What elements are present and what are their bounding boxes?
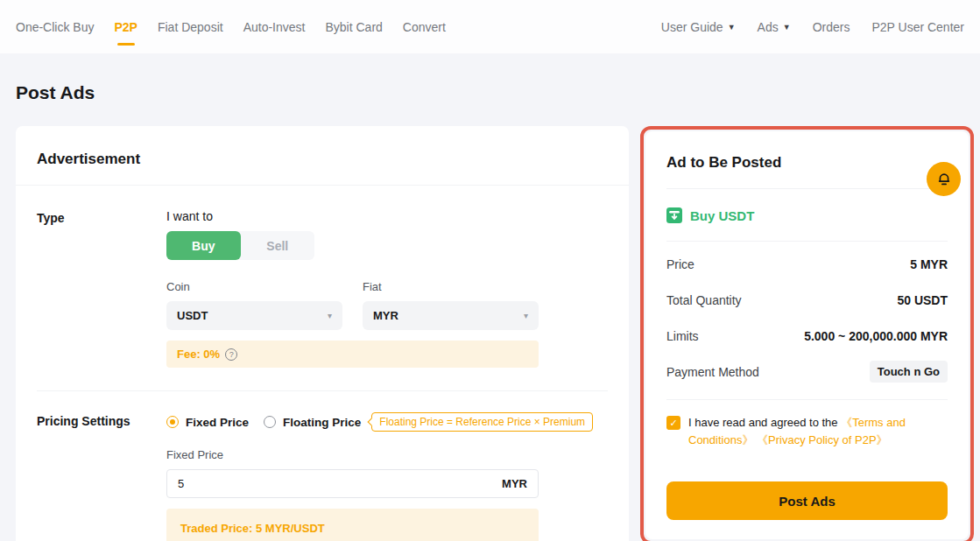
fixed-price-option-label[interactable]: Fixed Price — [186, 416, 249, 429]
fiat-label: Fiat — [363, 280, 539, 293]
row-label: Limits — [666, 329, 699, 343]
ad-summary-card: Ad to Be Posted Buy USDT Price 5 MYR — [645, 131, 969, 539]
chevron-down-icon: ▾ — [524, 311, 528, 320]
agreement-text: I have read and agreed to the 《Terms and… — [688, 414, 934, 449]
type-section: Type I want to Buy Sell Coin USDT — [37, 209, 608, 368]
pricing-settings-label: Pricing Settings — [37, 412, 166, 541]
nav-item-ads[interactable]: Ads ▼ — [758, 0, 791, 53]
nav-right-group: User Guide ▼ Ads ▼ Orders P2P User Cente… — [661, 0, 964, 53]
buy-box-icon — [666, 207, 682, 223]
divider — [666, 399, 948, 400]
question-mark-icon[interactable]: ? — [225, 348, 237, 361]
fixed-price-input-label: Fixed Price — [166, 448, 539, 461]
price-info-banner: Traded Price: 5 MYR/USDT Reference Price… — [166, 509, 539, 541]
row-value: 5.000 ~ 200,000.000 MYR — [804, 329, 948, 343]
nav-item-bybit-card[interactable]: Bybit Card — [325, 0, 382, 53]
notification-bell-button[interactable] — [927, 162, 961, 196]
i-want-to-label: I want to — [166, 209, 539, 223]
coin-select[interactable]: USDT ▾ — [166, 301, 342, 330]
coin-label: Coin — [166, 280, 342, 293]
fiat-select-value: MYR — [373, 309, 398, 322]
section-divider — [37, 390, 608, 391]
fee-banner: Fee: 0% ? — [166, 341, 539, 368]
nav-item-user-guide[interactable]: User Guide ▼ — [661, 0, 736, 53]
main-content: Post Ads Advertisement Type I want to Bu… — [0, 82, 980, 541]
privacy-policy-link[interactable]: 《Privacy Policy of P2P》 — [757, 433, 888, 446]
top-navigation: One-Click Buy P2P Fiat Deposit Auto-Inve… — [0, 0, 980, 53]
nav-item-label: Ads — [758, 20, 779, 34]
nav-item-one-click-buy[interactable]: One-Click Buy — [16, 0, 94, 53]
chevron-down-icon: ▼ — [783, 23, 791, 32]
advertisement-card: Advertisement Type I want to Buy Sell Co… — [16, 126, 629, 541]
highlight-annotation-box: Ad to Be Posted Buy USDT Price 5 MYR — [640, 126, 974, 541]
advertisement-card-title: Advertisement — [16, 126, 629, 186]
page-title: Post Ads — [16, 82, 964, 103]
nav-left-group: One-Click Buy P2P Fiat Deposit Auto-Inve… — [16, 0, 446, 53]
traded-price-text: Traded Price: 5 MYR/USDT — [180, 522, 525, 535]
nav-item-fiat-deposit[interactable]: Fiat Deposit — [158, 0, 223, 53]
summary-row-total-quantity: Total Quantity 50 USDT — [666, 282, 948, 318]
ad-summary-title: Ad to Be Posted — [666, 154, 948, 189]
row-label: Price — [666, 257, 694, 271]
payment-method-badge: Touch n Go — [870, 361, 948, 383]
nav-item-convert[interactable]: Convert — [403, 0, 446, 53]
agreement-prefix: I have read and agreed to the — [688, 416, 841, 429]
buy-sell-toggle: Buy Sell — [166, 231, 314, 260]
pricing-section: Pricing Settings Fixed Price Floating Pr… — [37, 412, 608, 541]
nav-item-p2p-user-center[interactable]: P2P User Center — [871, 0, 964, 53]
nav-item-orders[interactable]: Orders — [813, 0, 850, 53]
summary-row-price: Price 5 MYR — [666, 246, 948, 282]
row-value: 5 MYR — [910, 257, 948, 271]
summary-row-payment-method: Payment Method Touch n Go — [666, 354, 948, 390]
row-label: Payment Method — [666, 365, 759, 379]
fixed-price-field: MYR — [166, 469, 539, 498]
sell-toggle-button[interactable]: Sell — [241, 231, 315, 260]
floating-price-hint-badge: Floating Price = Reference Price × Premi… — [371, 412, 593, 432]
bell-icon — [935, 171, 953, 188]
agreement-checkbox[interactable]: ✓ — [666, 416, 680, 430]
summary-row-limits: Limits 5.000 ~ 200,000.000 MYR — [666, 318, 948, 354]
floating-price-radio[interactable] — [264, 416, 276, 428]
buy-toggle-button[interactable]: Buy — [166, 231, 241, 260]
chevron-down-icon: ▼ — [728, 23, 736, 32]
type-label: Type — [37, 209, 166, 368]
nav-item-label: User Guide — [661, 20, 723, 34]
row-value: 50 USDT — [897, 293, 948, 307]
nav-item-auto-invest[interactable]: Auto-Invest — [243, 0, 306, 53]
fee-label: Fee: 0% — [177, 348, 220, 361]
coin-select-value: USDT — [177, 309, 208, 322]
post-ads-button[interactable]: Post Ads — [666, 481, 948, 520]
fixed-price-input[interactable] — [178, 477, 502, 490]
nav-item-p2p[interactable]: P2P — [114, 0, 137, 53]
chevron-down-icon: ▾ — [328, 311, 332, 320]
row-label: Total Quantity — [666, 293, 742, 307]
fixed-price-radio[interactable] — [166, 416, 179, 428]
currency-suffix: MYR — [502, 477, 527, 490]
fiat-select[interactable]: MYR ▾ — [363, 301, 539, 330]
ad-side-label: Buy USDT — [690, 208, 754, 223]
floating-price-option-label[interactable]: Floating Price — [283, 416, 361, 429]
